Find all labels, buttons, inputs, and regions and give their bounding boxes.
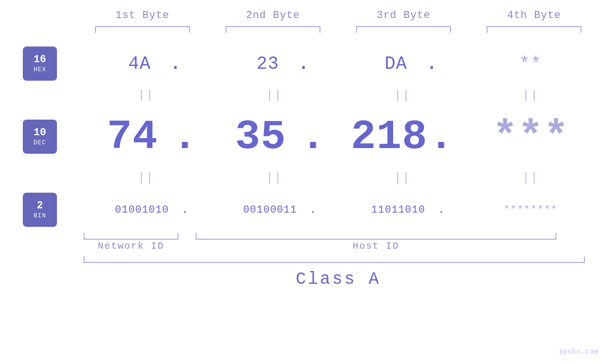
left-badges: 16 HEX 10 DEC 2 BIN: [0, 42, 66, 289]
class-label: Class A: [66, 270, 610, 289]
hex-val-1: 4A: [111, 54, 168, 74]
bin-byte-3: 11011010 .: [338, 204, 467, 216]
equals-row-2: || || || ||: [66, 168, 610, 188]
dec-byte-4: ***: [467, 113, 595, 160]
eq-3: ||: [394, 88, 411, 103]
hex-byte-2: 23 .: [210, 54, 338, 74]
dec-byte-2: 35 .: [210, 113, 338, 160]
hex-dot-3: .: [426, 54, 437, 74]
hex-dot-2: .: [298, 54, 309, 74]
bin-dot-2: .: [310, 204, 316, 216]
eq-slot-1: [23, 85, 66, 106]
byte-label-1: 1st Byte: [90, 9, 195, 21]
hex-val-2: 23: [239, 54, 296, 74]
bin-badge-label: BIN: [34, 212, 46, 219]
eq-group-6: ||: [210, 171, 338, 185]
bracket-2: [225, 26, 320, 33]
dec-val-2: 35: [223, 113, 299, 160]
bracket-3: [356, 26, 451, 33]
dec-dot-1: .: [172, 113, 197, 160]
hex-badge-num: 16: [34, 54, 46, 65]
dec-badge-label: DEC: [34, 139, 46, 146]
hex-dot-1: .: [170, 54, 181, 74]
eq-2: ||: [266, 88, 282, 103]
dec-dot-3: .: [429, 113, 454, 160]
bin-dot-3: .: [438, 204, 444, 216]
dec-badge: 10 DEC: [23, 120, 57, 154]
eq-6: ||: [266, 171, 282, 185]
dec-byte-3: 218 .: [338, 113, 467, 160]
top-brackets: [77, 26, 600, 33]
byte-label-3: 3rd Byte: [351, 9, 456, 21]
hex-badge-slot: 16 HEX: [23, 42, 66, 85]
dec-dot-2: .: [300, 113, 326, 160]
bin-badge-num: 2: [37, 200, 43, 212]
dec-badge-num: 10: [34, 127, 46, 139]
eq-slot-2: [23, 168, 66, 188]
label-spacer: [178, 241, 196, 252]
bracket-spacer: [178, 233, 196, 240]
hex-byte-3: DA .: [338, 54, 467, 74]
bottom-bracket-row: [66, 233, 610, 240]
bin-badge-slot: 2 BIN: [23, 188, 66, 231]
dec-val-1: 74: [94, 113, 170, 160]
net-bracket: [84, 233, 178, 240]
bin-val-2: 00100011: [232, 204, 308, 216]
right-content: 4A . 23 . DA . ** || || ||: [66, 42, 610, 289]
long-bracket: [84, 256, 585, 263]
eq-group-5: ||: [82, 171, 210, 185]
eq-4: ||: [522, 88, 539, 103]
byte-label-2: 2nd Byte: [221, 9, 325, 21]
eq-group-3: ||: [338, 88, 467, 103]
main-container: 1st Byte 2nd Byte 3rd Byte 4th Byte 16 H…: [0, 0, 610, 364]
hex-byte-4: **: [467, 54, 595, 74]
dec-byte-1: 74 .: [82, 113, 210, 160]
host-bracket: [196, 233, 556, 240]
rows-wrapper: 16 HEX 10 DEC 2 BIN: [0, 42, 610, 289]
bracket-1: [95, 26, 190, 33]
bin-val-4: ********: [493, 204, 569, 216]
eq-1: ||: [138, 88, 154, 103]
watermark: ipshu.com: [558, 348, 599, 355]
bin-val-1: 01001010: [104, 204, 180, 216]
byte-headers: 1st Byte 2nd Byte 3rd Byte 4th Byte: [77, 9, 600, 21]
bin-byte-1: 01001010 .: [82, 204, 210, 216]
hex-row: 4A . 23 . DA . **: [66, 42, 610, 85]
dec-row: 74 . 35 . 218 . ***: [66, 106, 610, 168]
bin-byte-2: 00100011 .: [210, 204, 338, 216]
segment-label-row: Network ID Host ID: [66, 241, 610, 252]
eq-group-7: ||: [338, 171, 467, 185]
eq-7: ||: [394, 171, 411, 185]
host-id-label: Host ID: [196, 241, 556, 252]
dec-val-4: ***: [493, 113, 569, 160]
dec-badge-slot: 10 DEC: [23, 106, 66, 168]
bin-badge: 2 BIN: [23, 193, 57, 227]
eq-8: ||: [522, 171, 539, 185]
eq-5: ||: [138, 171, 154, 185]
network-id-label: Network ID: [84, 241, 178, 252]
byte-label-4: 4th Byte: [482, 9, 586, 21]
bin-dot-1: .: [182, 204, 188, 216]
bin-byte-4: ********: [467, 204, 595, 216]
hex-badge-label: HEX: [34, 66, 46, 73]
eq-group-1: ||: [82, 88, 210, 103]
eq-group-4: ||: [467, 88, 595, 103]
hex-val-3: DA: [367, 54, 424, 74]
bin-val-3: 11011010: [360, 204, 436, 216]
hex-badge: 16 HEX: [23, 47, 57, 81]
eq-group-8: ||: [467, 171, 595, 185]
bracket-4: [487, 26, 582, 33]
bin-row: 01001010 . 00100011 . 11011010 . *******…: [66, 188, 610, 231]
dec-val-3: 218: [351, 113, 427, 160]
hex-val-4: **: [502, 54, 559, 74]
equals-row-1: || || || ||: [66, 85, 610, 106]
eq-group-2: ||: [210, 88, 338, 103]
hex-byte-1: 4A .: [82, 54, 210, 74]
